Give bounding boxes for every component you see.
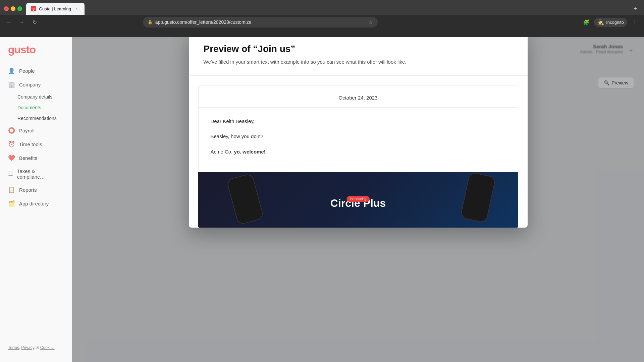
letter-line2: Acme Co. yo. welcome!: [211, 147, 506, 156]
menu-btn[interactable]: ⋮: [630, 17, 640, 27]
sidebar-footer: Terms, Privacy, & Cooki…: [0, 340, 72, 355]
letter-line2-prefix: Acme Co.: [211, 149, 234, 155]
sidebar-item-taxes[interactable]: ☰ Taxes & complianc…: [0, 165, 72, 183]
terms-link[interactable]: Terms: [8, 345, 19, 350]
sidebar-item-app-directory[interactable]: 🗂️ App directory: [0, 197, 72, 210]
sidebar-item-people[interactable]: 👤 People: [0, 64, 72, 78]
forward-btn[interactable]: →: [17, 17, 27, 27]
sidebar-item-documents[interactable]: Documents: [0, 102, 72, 113]
bookmark-icon[interactable]: ☆: [368, 19, 373, 25]
preview-modal: Preview of “Join us” We've filled in you…: [189, 37, 528, 228]
letter-line1: Beasley, how you doin?: [211, 132, 506, 141]
letter-image: Introducing Circle Plus: [198, 172, 518, 228]
lock-icon: 🔒: [148, 20, 153, 24]
letter-body: Dear Keith Beasley, Beasley, how you doi…: [199, 108, 518, 172]
incognito-icon: 🕵: [597, 19, 604, 25]
sidebar-item-label: People: [19, 68, 35, 74]
sidebar-item-label: Documents: [17, 105, 41, 110]
taxes-icon: ☰: [8, 171, 13, 178]
footer-links: Terms, Privacy, & Cooki…: [8, 345, 64, 350]
new-tab-btn[interactable]: +: [631, 4, 640, 13]
letter-line2-bold: yo. welcome!: [234, 149, 266, 155]
sidebar-item-label: Reports: [19, 187, 37, 193]
browser-chrome: ✕ − + g Gusto | Learning × + ← → ↻ 🔒 app…: [0, 0, 644, 37]
sidebar-item-label: Company details: [17, 94, 52, 100]
sidebar-nav: 👤 People 🏢 Company Company details Docum…: [0, 64, 72, 340]
extensions-btn[interactable]: 🧩: [581, 17, 591, 27]
sidebar-item-label: Recommendations: [17, 116, 57, 121]
modal-title: Preview of “Join us”: [204, 44, 513, 54]
people-icon: 👤: [8, 67, 15, 74]
sidebar-item-label: Taxes & complianc…: [17, 168, 64, 180]
modal-overlay[interactable]: Preview of “Join us” We've filled in you…: [72, 37, 644, 362]
refresh-btn[interactable]: ↻: [30, 17, 40, 27]
back-btn[interactable]: ←: [4, 17, 14, 27]
time-icon: ⏰: [8, 141, 15, 148]
letter-greeting: Dear Keith Beasley,: [211, 117, 506, 126]
privacy-link[interactable]: Privacy: [21, 345, 34, 350]
tab-group: g Gusto | Learning ×: [26, 3, 628, 15]
letter-container: October 24, 2023 Dear Keith Beasley, Bea…: [198, 85, 518, 173]
tab-favicon: g: [31, 6, 36, 11]
company-icon: 🏢: [8, 81, 15, 88]
modal-subtitle: We've filled in your smart text with exa…: [204, 58, 513, 66]
sidebar-item-recommendations[interactable]: Recommendations: [0, 113, 72, 124]
letter-date: October 24, 2023: [199, 85, 518, 108]
sidebar-item-benefits[interactable]: ❤️ Benefits: [0, 151, 72, 165]
app-layout: gusto 👤 People 🏢 Company Company details…: [0, 37, 644, 362]
maximize-window-btn[interactable]: +: [17, 6, 22, 11]
sidebar: gusto 👤 People 🏢 Company Company details…: [0, 37, 72, 362]
sidebar-item-time-tools[interactable]: ⏰ Time tools: [0, 137, 72, 151]
sidebar-logo: gusto: [0, 44, 72, 64]
sidebar-item-label: Company: [19, 82, 41, 87]
incognito-btn[interactable]: 🕵 Incognito: [594, 18, 627, 27]
close-window-btn[interactable]: ✕: [4, 6, 9, 11]
phone-mockup-right: [460, 172, 496, 223]
phone-mockup-left: [226, 173, 264, 225]
benefits-icon: ❤️: [8, 155, 15, 162]
tab-bar: ✕ − + g Gusto | Learning × +: [0, 0, 644, 15]
minimize-window-btn[interactable]: −: [11, 6, 15, 11]
sidebar-item-label: App directory: [19, 201, 49, 206]
cookies-link[interactable]: Cooki…: [40, 345, 55, 350]
sidebar-item-label: Payroll: [19, 128, 35, 133]
address-bar-row: ← → ↻ 🔒 app.gusto.com/offer_letters/2020…: [0, 15, 644, 29]
sidebar-item-payroll[interactable]: ⭕ Payroll: [0, 124, 72, 137]
logo-text: gusto: [8, 44, 64, 56]
active-tab[interactable]: g Gusto | Learning ×: [26, 3, 85, 15]
tab-title: Gusto | Learning: [39, 6, 71, 11]
incognito-label: Incognito: [606, 20, 624, 25]
url-display: app.gusto.com/offer_letters/202028/custo…: [155, 19, 366, 25]
modal-header: Preview of “Join us” We've filled in you…: [189, 37, 528, 76]
sidebar-item-label: Benefits: [19, 155, 37, 161]
sidebar-item-company[interactable]: 🏢 Company: [0, 78, 72, 92]
app-dir-icon: 🗂️: [8, 200, 15, 207]
window-controls: ✕ − +: [4, 6, 22, 11]
sidebar-item-label: Time tools: [19, 141, 42, 147]
sidebar-item-reports[interactable]: 📋 Reports: [0, 183, 72, 197]
modal-body: October 24, 2023 Dear Keith Beasley, Bea…: [189, 85, 528, 228]
main-content: Sarah Jonas Admin · Feed donares ⌄ 🔍 Pre…: [72, 37, 644, 362]
image-badge: Introducing: [346, 196, 370, 202]
reports-icon: 📋: [8, 186, 15, 193]
sidebar-item-company-details[interactable]: Company details: [0, 92, 72, 102]
address-bar[interactable]: 🔒 app.gusto.com/offer_letters/202028/cus…: [143, 17, 378, 27]
tab-close-btn[interactable]: ×: [74, 6, 80, 12]
payroll-icon: ⭕: [8, 127, 15, 134]
browser-actions: 🧩 🕵 Incognito ⋮: [581, 17, 640, 27]
